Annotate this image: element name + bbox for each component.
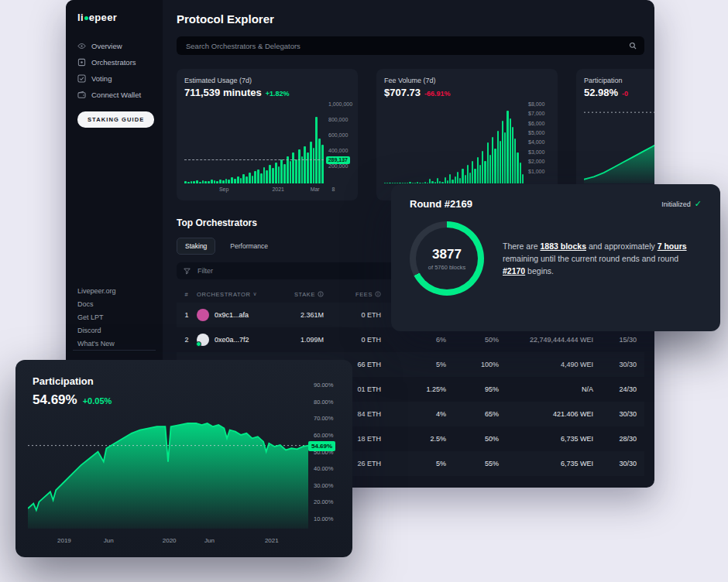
avatar — [197, 334, 209, 346]
price-cell: N/A — [499, 385, 593, 393]
calls-cell: 30/30 — [593, 361, 637, 368]
card-title: Estimated Usage (7d) — [184, 77, 350, 84]
eye-icon — [77, 42, 86, 50]
link-discord[interactable]: Discord — [77, 327, 116, 334]
rank-cell: 2 — [177, 336, 197, 344]
rank-cell: 1 — [177, 311, 197, 319]
usage-x-axis: Sep 2021 Mar 8 — [184, 186, 350, 194]
card-value: 711,539 minutes — [184, 87, 262, 98]
logo-dot-icon — [84, 16, 88, 20]
price-cell: 6,735 WEI — [499, 435, 593, 443]
calls-cell: 28/30 — [593, 435, 637, 443]
card-change: -0 — [622, 90, 628, 98]
check-icon: ✓ — [695, 199, 702, 209]
orchestrator-cell[interactable]: 0xe0a...7f2 — [197, 334, 288, 346]
calls-cell: 24/30 — [593, 385, 637, 393]
round-card: Round #2169 Initialized ✓ 3877 of 5760 b… — [391, 184, 720, 331]
sidebar-item-overview[interactable]: Overview — [77, 42, 163, 50]
round-status: Initialized ✓ — [661, 199, 702, 209]
stake-cell: 2.361M — [288, 311, 324, 319]
info-icon[interactable] — [318, 291, 324, 297]
round-title: Round #2169 — [410, 198, 472, 210]
col-fees[interactable]: FEES — [324, 291, 381, 298]
round-progress-donut: 3877 of 5760 blocks — [410, 221, 484, 296]
tab-performance[interactable]: Performance — [221, 238, 276, 255]
card-value: 54.69% — [33, 392, 77, 408]
sort-caret-icon: ∨ — [252, 291, 257, 297]
search-bar[interactable] — [177, 36, 644, 55]
usage-y-axis: 1,000,000 800,000 600,000 400,000 200,00… — [324, 103, 350, 183]
tab-staking[interactable]: Staking — [177, 238, 215, 255]
livepeer-logo[interactable]: liepeer — [77, 12, 163, 23]
stats-cards-row: Estimated Usage (7d) 711,539 minutes +1.… — [177, 69, 654, 200]
fee-bar-chart[interactable] — [384, 103, 524, 183]
vote-check-icon — [77, 74, 86, 83]
card-title: Participation — [33, 375, 112, 387]
fee-cut-cell: 50% — [446, 336, 499, 344]
round-description: There are 1883 blocks and approximately … — [503, 240, 702, 278]
avatar — [197, 309, 209, 321]
estimated-usage-card: Estimated Usage (7d) 711,539 minutes +1.… — [177, 69, 358, 200]
price-cell: 4,490 WEI — [499, 361, 593, 368]
usage-marker-badge: 289,137 — [326, 156, 350, 164]
fee-volume-card: Fee Volume (7d) $707.73 -66.91% $8,000 $… — [376, 69, 558, 200]
staking-guide-button[interactable]: STAKING GUIDE — [77, 111, 154, 128]
participation-card: Participation 54.69% +0.05% 90.00% 80.00… — [15, 360, 352, 557]
card-value: $707.73 — [384, 87, 421, 98]
sidebar-item-connect-wallet[interactable]: Connect Wallet — [77, 91, 163, 99]
fee-cut-cell: 100% — [446, 361, 499, 368]
reward-cut-cell: 6% — [381, 336, 446, 344]
card-value: 52.98% — [584, 87, 618, 98]
blocks-total: of 5760 blocks — [428, 264, 465, 271]
logo-text-prefix: li — [77, 12, 84, 23]
card-change: +1.82% — [266, 90, 290, 98]
status-dot — [196, 341, 201, 347]
sidebar-item-orchestrators[interactable]: Orchestrators — [77, 58, 163, 67]
logo-text-suffix: epeer — [89, 12, 117, 23]
sidebar-item-label: Overview — [91, 42, 122, 50]
fee-cut-cell: 65% — [446, 410, 499, 418]
link-whats-new[interactable]: What's New — [77, 340, 116, 347]
reward-cut-cell: 1.25% — [381, 385, 446, 393]
calls-cell: 30/30 — [593, 410, 637, 418]
reward-cut-cell: 4% — [381, 410, 446, 418]
fees-cell: 0 ETH — [324, 336, 381, 344]
orchestrator-cell[interactable]: 0x9c1...afa — [197, 309, 288, 321]
sidebar-item-label: Connect Wallet — [91, 91, 141, 99]
col-rank[interactable]: # — [177, 291, 197, 298]
participation-y-axis: 90.00% 80.00% 70.00% 60.00% 50.00% 40.00… — [314, 382, 345, 522]
card-change: +0.05% — [83, 396, 112, 406]
link-livepeer-org[interactable]: Livepeer.org — [77, 287, 116, 295]
fee-cut-cell: 50% — [446, 435, 499, 443]
sidebar-divider — [73, 350, 156, 351]
col-stake[interactable]: STAKE — [288, 291, 324, 298]
stake-cell: 1.099M — [288, 336, 324, 344]
price-cell: 421.406 WEI — [499, 410, 593, 418]
participation-mini-chart[interactable] — [584, 103, 654, 183]
card-title: Fee Volume (7d) — [384, 77, 550, 84]
search-icon — [629, 42, 637, 50]
sidebar-footer-links: Livepeer.org Docs Get LPT Discord What's… — [77, 287, 116, 347]
orchestrator-address: 0xe0a...7f2 — [215, 336, 249, 344]
participation-marker-badge: 54.69% — [308, 441, 335, 451]
card-title: Participation — [584, 77, 654, 84]
reward-cut-cell: 5% — [381, 361, 446, 368]
link-docs[interactable]: Docs — [77, 300, 116, 308]
card-change: -66.91% — [424, 90, 451, 98]
blocks-current: 3877 — [432, 247, 462, 262]
search-input[interactable] — [184, 41, 623, 51]
fees-cell: 0 ETH — [324, 311, 381, 319]
sidebar-nav: Overview Orchestrators Voting — [77, 42, 163, 99]
sidebar-item-voting[interactable]: Voting — [77, 74, 163, 83]
info-icon[interactable] — [375, 291, 381, 297]
sidebar-item-label: Voting — [91, 74, 112, 83]
calls-cell: 30/30 — [593, 460, 637, 467]
calls-cell: 15/30 — [593, 336, 637, 344]
desktop: liepeer Overview Orchestrators — [0, 0, 728, 582]
reward-cut-cell: 2.5% — [381, 435, 446, 443]
link-get-lpt[interactable]: Get LPT — [77, 313, 116, 321]
usage-bar-chart[interactable]: 289,137 — [184, 103, 324, 183]
col-orchestrator[interactable]: ORCHESTRATOR ∨ — [197, 291, 288, 298]
participation-mini-card: Participation 52.98% -0 — [576, 69, 654, 200]
participation-x-axis: 2019 Jun 2020 Jun 2021 — [28, 537, 308, 545]
